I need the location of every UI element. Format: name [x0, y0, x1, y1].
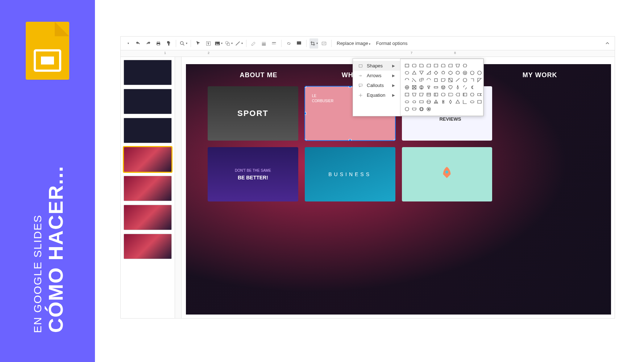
comment-button[interactable]: + — [295, 38, 303, 49]
link-button[interactable] — [284, 38, 293, 49]
reset-image-button[interactable] — [320, 38, 328, 49]
shape-option-icon[interactable] — [426, 99, 432, 105]
shape-option-icon[interactable] — [433, 63, 439, 68]
shape-option-icon[interactable] — [462, 70, 468, 76]
paint-format-button[interactable] — [164, 38, 173, 49]
selection-handle-icon[interactable] — [305, 139, 306, 141]
shape-option-icon[interactable] — [477, 92, 482, 97]
line-button[interactable]: ▾ — [234, 38, 243, 49]
shape-option-icon[interactable] — [462, 84, 468, 90]
card-space[interactable]: DON'T BE THE SAME BE BETTER! — [208, 147, 298, 201]
shape-option-icon[interactable] — [448, 99, 453, 105]
shape-option-icon[interactable] — [477, 70, 482, 76]
menu-item-shapes[interactable]: Shapes ▶ — [353, 61, 400, 71]
card-startup[interactable] — [402, 147, 493, 201]
shape-option-icon[interactable] — [455, 84, 461, 90]
print-button[interactable] — [154, 38, 163, 49]
shapes-submenu-grid[interactable] — [400, 59, 483, 116]
shape-option-icon[interactable] — [404, 92, 410, 97]
card-business[interactable]: BUSINESS — [305, 147, 395, 201]
shape-option-icon[interactable] — [469, 77, 475, 83]
shape-option-icon[interactable] — [411, 99, 417, 105]
shape-option-icon[interactable] — [411, 84, 417, 90]
shape-option-icon[interactable] — [462, 77, 468, 83]
shape-option-icon[interactable] — [433, 92, 439, 97]
selection-handle-icon[interactable] — [305, 112, 306, 115]
selection-handle-icon[interactable] — [305, 86, 306, 88]
shape-option-icon[interactable] — [433, 77, 439, 83]
shape-option-icon[interactable] — [448, 77, 453, 83]
shape-option-icon[interactable] — [469, 84, 475, 90]
replace-image-button[interactable]: Replace image▾ — [335, 41, 373, 46]
shape-option-icon[interactable] — [411, 77, 417, 83]
shape-option-icon[interactable] — [440, 99, 446, 105]
shape-option-icon[interactable] — [477, 84, 482, 90]
shape-option-icon[interactable] — [419, 77, 424, 83]
textbox-button[interactable]: T — [204, 38, 213, 49]
collapse-toolbar-button[interactable] — [603, 38, 612, 49]
shape-option-icon[interactable] — [404, 99, 410, 105]
shape-option-icon[interactable] — [462, 63, 468, 68]
shape-option-icon[interactable] — [455, 99, 461, 105]
undo-button[interactable] — [134, 38, 142, 49]
shape-option-icon[interactable] — [455, 70, 461, 76]
shape-option-icon[interactable] — [440, 84, 446, 90]
shape-option-icon[interactable] — [426, 106, 432, 112]
shape-option-icon[interactable] — [448, 63, 453, 68]
shape-option-icon[interactable] — [419, 84, 424, 90]
shape-option-icon[interactable] — [411, 106, 417, 112]
crop-button[interactable]: ▾ — [309, 38, 318, 49]
shape-option-icon[interactable] — [477, 77, 482, 83]
shape-option-icon[interactable] — [440, 63, 446, 68]
shape-option-icon[interactable] — [426, 77, 432, 83]
shape-option-icon[interactable] — [433, 84, 439, 90]
shape-option-icon[interactable] — [440, 70, 446, 76]
shape-option-icon[interactable] — [440, 92, 446, 97]
border-dash-button[interactable] — [270, 38, 278, 49]
border-weight-button[interactable] — [259, 38, 268, 49]
shape-option-icon[interactable] — [404, 106, 410, 112]
shape-option-icon[interactable] — [477, 63, 482, 68]
shape-option-icon[interactable] — [426, 63, 432, 68]
shape-option-icon[interactable] — [411, 63, 417, 68]
shape-option-icon[interactable] — [419, 70, 424, 76]
shape-option-icon[interactable] — [455, 77, 461, 83]
select-tool-button[interactable] — [194, 38, 203, 49]
shape-option-icon[interactable] — [469, 63, 475, 68]
shape-option-icon[interactable] — [419, 99, 424, 105]
shape-option-icon[interactable] — [426, 84, 432, 90]
shape-option-icon[interactable] — [419, 63, 424, 68]
shape-option-icon[interactable] — [419, 92, 424, 97]
card-sport[interactable]: SPORT — [208, 86, 298, 141]
slide-thumbnail[interactable] — [124, 89, 172, 114]
shape-option-icon[interactable] — [477, 99, 482, 105]
shape-option-icon[interactable] — [469, 70, 475, 76]
slide-thumbnail[interactable] — [124, 118, 172, 143]
selection-handle-icon[interactable] — [394, 139, 395, 141]
slide-thumbnail[interactable] — [124, 60, 172, 85]
image-button[interactable]: ▾ — [214, 38, 223, 49]
zoom-button[interactable]: ▾ — [179, 38, 188, 49]
shape-option-icon[interactable] — [455, 63, 461, 68]
slide-thumbnails-panel[interactable] — [121, 57, 175, 318]
shape-option-icon[interactable] — [404, 77, 410, 83]
slide-thumbnail[interactable] — [124, 234, 172, 259]
shape-option-icon[interactable] — [411, 92, 417, 97]
shape-option-icon[interactable] — [448, 92, 453, 97]
crop-shape-menu[interactable]: Shapes ▶ Arrows ▶ Callouts ▶ — [353, 58, 484, 116]
selection-handle-icon[interactable] — [349, 86, 352, 88]
shape-option-icon[interactable] — [448, 70, 453, 76]
format-options-button[interactable]: Format options — [374, 41, 410, 46]
shape-option-icon[interactable] — [411, 70, 417, 76]
new-slide-button[interactable]: ▾ — [124, 38, 132, 49]
menu-item-equation[interactable]: Equation ▶ — [353, 90, 400, 100]
shape-option-icon[interactable] — [462, 92, 468, 97]
shape-option-icon[interactable] — [419, 106, 424, 112]
shape-option-icon[interactable] — [404, 63, 410, 68]
tab-about[interactable]: ABOUT ME — [240, 71, 278, 79]
slide-canvas-area[interactable]: ABOUT ME WHAT I DO NCE MY WORK SPORT LE … — [175, 57, 615, 318]
slide-thumbnail[interactable] — [124, 176, 172, 201]
shape-option-icon[interactable] — [433, 99, 439, 105]
shape-option-icon[interactable] — [426, 92, 432, 97]
redo-button[interactable] — [144, 38, 153, 49]
